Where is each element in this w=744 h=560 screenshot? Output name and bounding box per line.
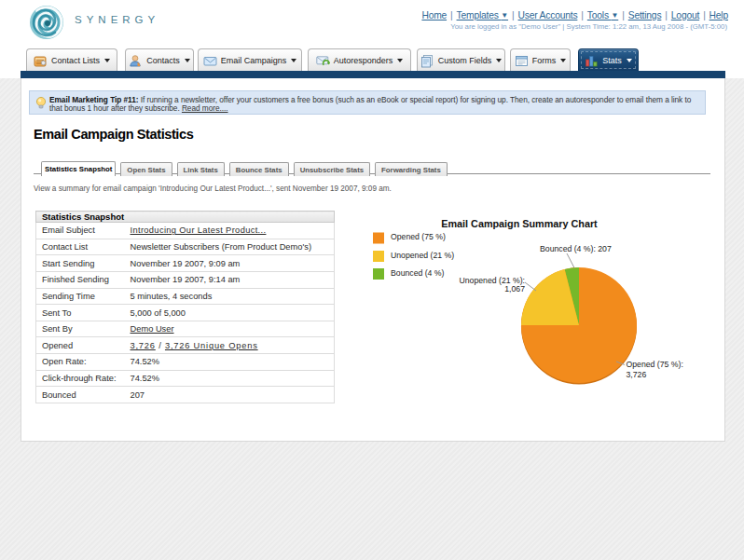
svg-text:Bounced (4 %): 207: Bounced (4 %): 207 — [540, 244, 612, 253]
svg-text:1,067: 1,067 — [504, 284, 525, 294]
svg-text:Unopened (21 %): Unopened (21 %) — [391, 251, 454, 260]
svg-text:Opened (75 %):: Opened (75 %): — [627, 360, 683, 369]
svg-text:Bounced (4 %): Bounced (4 %) — [391, 268, 445, 278]
svg-text:Opened (75 %): Opened (75 %) — [391, 232, 446, 241]
svg-text:3,726: 3,726 — [627, 370, 647, 379]
svg-text:Email Campaign Summary Chart: Email Campaign Summary Chart — [441, 218, 598, 229]
